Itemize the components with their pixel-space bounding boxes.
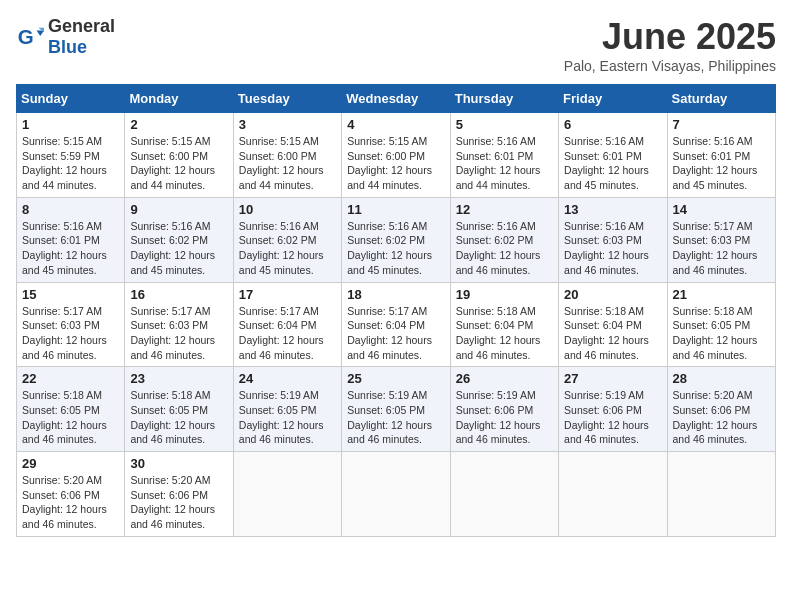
title-area: June 2025 Palo, Eastern Visayas, Philipp…	[564, 16, 776, 74]
table-row: 20 Sunrise: 5:18 AM Sunset: 6:04 PM Dayl…	[559, 282, 667, 367]
table-row	[233, 452, 341, 537]
day-info: Sunrise: 5:15 AM Sunset: 6:00 PM Dayligh…	[347, 134, 444, 193]
day-info: Sunrise: 5:20 AM Sunset: 6:06 PM Dayligh…	[22, 473, 119, 532]
day-number: 3	[239, 117, 336, 132]
calendar-week-row: 1 Sunrise: 5:15 AM Sunset: 5:59 PM Dayli…	[17, 113, 776, 198]
day-info: Sunrise: 5:16 AM Sunset: 6:01 PM Dayligh…	[22, 219, 119, 278]
day-info: Sunrise: 5:18 AM Sunset: 6:04 PM Dayligh…	[564, 304, 661, 363]
table-row: 9 Sunrise: 5:16 AM Sunset: 6:02 PM Dayli…	[125, 197, 233, 282]
day-info: Sunrise: 5:19 AM Sunset: 6:05 PM Dayligh…	[239, 388, 336, 447]
day-info: Sunrise: 5:18 AM Sunset: 6:05 PM Dayligh…	[130, 388, 227, 447]
day-info: Sunrise: 5:20 AM Sunset: 6:06 PM Dayligh…	[673, 388, 770, 447]
day-number: 7	[673, 117, 770, 132]
day-number: 23	[130, 371, 227, 386]
logo-text: General Blue	[48, 16, 115, 58]
day-info: Sunrise: 5:18 AM Sunset: 6:05 PM Dayligh…	[673, 304, 770, 363]
day-number: 10	[239, 202, 336, 217]
calendar-week-row: 22 Sunrise: 5:18 AM Sunset: 6:05 PM Dayl…	[17, 367, 776, 452]
day-info: Sunrise: 5:16 AM Sunset: 6:01 PM Dayligh…	[673, 134, 770, 193]
day-info: Sunrise: 5:18 AM Sunset: 6:04 PM Dayligh…	[456, 304, 553, 363]
table-row: 7 Sunrise: 5:16 AM Sunset: 6:01 PM Dayli…	[667, 113, 775, 198]
weekday-header-row: Sunday Monday Tuesday Wednesday Thursday…	[17, 85, 776, 113]
page-header: G General Blue June 2025 Palo, Eastern V…	[16, 16, 776, 74]
table-row: 3 Sunrise: 5:15 AM Sunset: 6:00 PM Dayli…	[233, 113, 341, 198]
table-row: 14 Sunrise: 5:17 AM Sunset: 6:03 PM Dayl…	[667, 197, 775, 282]
day-number: 13	[564, 202, 661, 217]
day-info: Sunrise: 5:16 AM Sunset: 6:02 PM Dayligh…	[456, 219, 553, 278]
header-thursday: Thursday	[450, 85, 558, 113]
day-info: Sunrise: 5:19 AM Sunset: 6:05 PM Dayligh…	[347, 388, 444, 447]
logo-blue: Blue	[48, 37, 87, 57]
day-number: 20	[564, 287, 661, 302]
day-number: 19	[456, 287, 553, 302]
day-number: 28	[673, 371, 770, 386]
day-number: 29	[22, 456, 119, 471]
table-row: 1 Sunrise: 5:15 AM Sunset: 5:59 PM Dayli…	[17, 113, 125, 198]
day-number: 25	[347, 371, 444, 386]
calendar-week-row: 8 Sunrise: 5:16 AM Sunset: 6:01 PM Dayli…	[17, 197, 776, 282]
day-info: Sunrise: 5:16 AM Sunset: 6:03 PM Dayligh…	[564, 219, 661, 278]
header-tuesday: Tuesday	[233, 85, 341, 113]
day-info: Sunrise: 5:16 AM Sunset: 6:01 PM Dayligh…	[564, 134, 661, 193]
table-row	[450, 452, 558, 537]
day-number: 4	[347, 117, 444, 132]
day-info: Sunrise: 5:19 AM Sunset: 6:06 PM Dayligh…	[564, 388, 661, 447]
table-row	[342, 452, 450, 537]
table-row	[667, 452, 775, 537]
day-info: Sunrise: 5:20 AM Sunset: 6:06 PM Dayligh…	[130, 473, 227, 532]
header-saturday: Saturday	[667, 85, 775, 113]
day-number: 27	[564, 371, 661, 386]
table-row: 16 Sunrise: 5:17 AM Sunset: 6:03 PM Dayl…	[125, 282, 233, 367]
table-row: 30 Sunrise: 5:20 AM Sunset: 6:06 PM Dayl…	[125, 452, 233, 537]
table-row: 17 Sunrise: 5:17 AM Sunset: 6:04 PM Dayl…	[233, 282, 341, 367]
table-row: 29 Sunrise: 5:20 AM Sunset: 6:06 PM Dayl…	[17, 452, 125, 537]
header-sunday: Sunday	[17, 85, 125, 113]
table-row: 4 Sunrise: 5:15 AM Sunset: 6:00 PM Dayli…	[342, 113, 450, 198]
table-row: 25 Sunrise: 5:19 AM Sunset: 6:05 PM Dayl…	[342, 367, 450, 452]
day-info: Sunrise: 5:18 AM Sunset: 6:05 PM Dayligh…	[22, 388, 119, 447]
table-row: 13 Sunrise: 5:16 AM Sunset: 6:03 PM Dayl…	[559, 197, 667, 282]
day-number: 26	[456, 371, 553, 386]
day-number: 8	[22, 202, 119, 217]
day-number: 1	[22, 117, 119, 132]
day-number: 17	[239, 287, 336, 302]
day-number: 22	[22, 371, 119, 386]
table-row: 28 Sunrise: 5:20 AM Sunset: 6:06 PM Dayl…	[667, 367, 775, 452]
table-row	[559, 452, 667, 537]
day-number: 11	[347, 202, 444, 217]
day-info: Sunrise: 5:19 AM Sunset: 6:06 PM Dayligh…	[456, 388, 553, 447]
day-info: Sunrise: 5:17 AM Sunset: 6:03 PM Dayligh…	[673, 219, 770, 278]
table-row: 11 Sunrise: 5:16 AM Sunset: 6:02 PM Dayl…	[342, 197, 450, 282]
day-number: 9	[130, 202, 227, 217]
header-wednesday: Wednesday	[342, 85, 450, 113]
day-info: Sunrise: 5:16 AM Sunset: 6:01 PM Dayligh…	[456, 134, 553, 193]
table-row: 6 Sunrise: 5:16 AM Sunset: 6:01 PM Dayli…	[559, 113, 667, 198]
day-info: Sunrise: 5:17 AM Sunset: 6:03 PM Dayligh…	[130, 304, 227, 363]
logo: G General Blue	[16, 16, 115, 58]
calendar-table: Sunday Monday Tuesday Wednesday Thursday…	[16, 84, 776, 537]
day-number: 5	[456, 117, 553, 132]
table-row: 8 Sunrise: 5:16 AM Sunset: 6:01 PM Dayli…	[17, 197, 125, 282]
table-row: 21 Sunrise: 5:18 AM Sunset: 6:05 PM Dayl…	[667, 282, 775, 367]
logo-icon: G	[16, 23, 44, 51]
table-row: 23 Sunrise: 5:18 AM Sunset: 6:05 PM Dayl…	[125, 367, 233, 452]
table-row: 18 Sunrise: 5:17 AM Sunset: 6:04 PM Dayl…	[342, 282, 450, 367]
calendar-week-row: 15 Sunrise: 5:17 AM Sunset: 6:03 PM Dayl…	[17, 282, 776, 367]
day-number: 14	[673, 202, 770, 217]
day-number: 24	[239, 371, 336, 386]
svg-text:G: G	[18, 25, 34, 48]
day-info: Sunrise: 5:16 AM Sunset: 6:02 PM Dayligh…	[130, 219, 227, 278]
day-number: 18	[347, 287, 444, 302]
table-row: 26 Sunrise: 5:19 AM Sunset: 6:06 PM Dayl…	[450, 367, 558, 452]
day-info: Sunrise: 5:15 AM Sunset: 6:00 PM Dayligh…	[239, 134, 336, 193]
table-row: 22 Sunrise: 5:18 AM Sunset: 6:05 PM Dayl…	[17, 367, 125, 452]
table-row: 2 Sunrise: 5:15 AM Sunset: 6:00 PM Dayli…	[125, 113, 233, 198]
calendar-week-row: 29 Sunrise: 5:20 AM Sunset: 6:06 PM Dayl…	[17, 452, 776, 537]
header-friday: Friday	[559, 85, 667, 113]
day-number: 15	[22, 287, 119, 302]
day-info: Sunrise: 5:17 AM Sunset: 6:03 PM Dayligh…	[22, 304, 119, 363]
table-row: 19 Sunrise: 5:18 AM Sunset: 6:04 PM Dayl…	[450, 282, 558, 367]
day-info: Sunrise: 5:16 AM Sunset: 6:02 PM Dayligh…	[347, 219, 444, 278]
day-info: Sunrise: 5:15 AM Sunset: 6:00 PM Dayligh…	[130, 134, 227, 193]
header-monday: Monday	[125, 85, 233, 113]
